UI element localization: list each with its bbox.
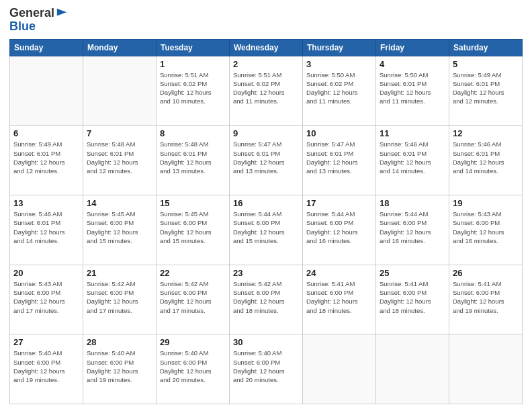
day-info: Sunrise: 5:40 AM Sunset: 6:00 PM Dayligh… bbox=[160, 349, 226, 384]
calendar-cell: 22Sunrise: 5:42 AM Sunset: 6:00 PM Dayli… bbox=[157, 265, 230, 334]
weekday-header-thursday: Thursday bbox=[303, 39, 376, 56]
day-info: Sunrise: 5:41 AM Sunset: 6:00 PM Dayligh… bbox=[380, 279, 445, 315]
logo: General Blue bbox=[9, 7, 68, 34]
calendar-cell: 30Sunrise: 5:40 AM Sunset: 6:00 PM Dayli… bbox=[230, 334, 303, 404]
day-number: 5 bbox=[453, 59, 519, 69]
day-number: 17 bbox=[306, 198, 372, 208]
calendar-cell: 2Sunrise: 5:51 AM Sunset: 6:02 PM Daylig… bbox=[230, 56, 303, 126]
calendar-cell: 6Sunrise: 5:49 AM Sunset: 6:01 PM Daylig… bbox=[10, 126, 83, 195]
day-number: 13 bbox=[13, 198, 79, 208]
week-row-2: 6Sunrise: 5:49 AM Sunset: 6:01 PM Daylig… bbox=[10, 126, 523, 195]
calendar-cell: 12Sunrise: 5:46 AM Sunset: 6:01 PM Dayli… bbox=[449, 126, 523, 195]
calendar-cell bbox=[303, 334, 376, 404]
calendar-cell: 11Sunrise: 5:46 AM Sunset: 6:01 PM Dayli… bbox=[376, 126, 449, 195]
day-number: 26 bbox=[453, 268, 519, 278]
day-info: Sunrise: 5:49 AM Sunset: 6:01 PM Dayligh… bbox=[13, 140, 79, 175]
day-number: 22 bbox=[160, 268, 226, 278]
calendar-cell: 19Sunrise: 5:43 AM Sunset: 6:00 PM Dayli… bbox=[449, 195, 523, 265]
weekday-header-wednesday: Wednesday bbox=[230, 39, 303, 56]
day-info: Sunrise: 5:40 AM Sunset: 6:00 PM Dayligh… bbox=[13, 349, 79, 384]
day-number: 16 bbox=[233, 198, 299, 208]
calendar-cell bbox=[376, 334, 449, 404]
day-number: 12 bbox=[453, 128, 519, 138]
day-info: Sunrise: 5:44 AM Sunset: 6:00 PM Dayligh… bbox=[233, 210, 299, 245]
calendar-cell: 4Sunrise: 5:50 AM Sunset: 6:01 PM Daylig… bbox=[376, 56, 449, 126]
weekday-header-sunday: Sunday bbox=[10, 39, 83, 56]
day-number: 19 bbox=[453, 198, 519, 208]
calendar-cell: 17Sunrise: 5:44 AM Sunset: 6:00 PM Dayli… bbox=[303, 195, 376, 265]
calendar-cell: 24Sunrise: 5:41 AM Sunset: 6:00 PM Dayli… bbox=[303, 265, 376, 334]
day-number: 21 bbox=[87, 268, 152, 278]
day-number: 23 bbox=[233, 268, 299, 278]
calendar-cell: 27Sunrise: 5:40 AM Sunset: 6:00 PM Dayli… bbox=[10, 334, 83, 404]
weekday-header-tuesday: Tuesday bbox=[157, 39, 230, 56]
day-info: Sunrise: 5:42 AM Sunset: 6:00 PM Dayligh… bbox=[160, 279, 226, 315]
day-number: 14 bbox=[87, 198, 152, 208]
header: General Blue bbox=[9, 7, 523, 34]
calendar-cell: 21Sunrise: 5:42 AM Sunset: 6:00 PM Dayli… bbox=[83, 265, 157, 334]
calendar-cell bbox=[10, 56, 83, 126]
day-number: 6 bbox=[13, 128, 79, 138]
day-info: Sunrise: 5:42 AM Sunset: 6:00 PM Dayligh… bbox=[87, 279, 152, 315]
day-info: Sunrise: 5:50 AM Sunset: 6:01 PM Dayligh… bbox=[380, 71, 445, 106]
calendar-cell: 14Sunrise: 5:45 AM Sunset: 6:00 PM Dayli… bbox=[83, 195, 157, 265]
day-info: Sunrise: 5:46 AM Sunset: 6:01 PM Dayligh… bbox=[380, 140, 445, 175]
day-info: Sunrise: 5:49 AM Sunset: 6:01 PM Dayligh… bbox=[453, 71, 519, 106]
day-number: 27 bbox=[13, 337, 79, 347]
day-number: 10 bbox=[306, 128, 372, 138]
calendar-cell: 3Sunrise: 5:50 AM Sunset: 6:02 PM Daylig… bbox=[303, 56, 376, 126]
day-info: Sunrise: 5:43 AM Sunset: 6:00 PM Dayligh… bbox=[453, 210, 519, 245]
calendar-cell: 28Sunrise: 5:40 AM Sunset: 6:00 PM Dayli… bbox=[83, 334, 157, 404]
weekday-header-friday: Friday bbox=[376, 39, 449, 56]
day-info: Sunrise: 5:46 AM Sunset: 6:01 PM Dayligh… bbox=[13, 210, 79, 245]
day-info: Sunrise: 5:47 AM Sunset: 6:01 PM Dayligh… bbox=[233, 140, 299, 175]
calendar-cell: 15Sunrise: 5:45 AM Sunset: 6:00 PM Dayli… bbox=[157, 195, 230, 265]
day-number: 4 bbox=[380, 59, 445, 69]
day-info: Sunrise: 5:51 AM Sunset: 6:02 PM Dayligh… bbox=[160, 71, 226, 106]
day-number: 18 bbox=[380, 198, 445, 208]
calendar-cell: 25Sunrise: 5:41 AM Sunset: 6:00 PM Dayli… bbox=[376, 265, 449, 334]
logo-general: General bbox=[9, 7, 54, 20]
day-info: Sunrise: 5:43 AM Sunset: 6:00 PM Dayligh… bbox=[13, 279, 79, 315]
day-number: 29 bbox=[160, 337, 226, 347]
svg-marker-0 bbox=[57, 9, 66, 16]
calendar-cell bbox=[449, 334, 523, 404]
week-row-3: 13Sunrise: 5:46 AM Sunset: 6:01 PM Dayli… bbox=[10, 195, 523, 265]
day-number: 7 bbox=[87, 128, 152, 138]
week-row-4: 20Sunrise: 5:43 AM Sunset: 6:00 PM Dayli… bbox=[10, 265, 523, 334]
calendar-cell: 1Sunrise: 5:51 AM Sunset: 6:02 PM Daylig… bbox=[157, 56, 230, 126]
day-info: Sunrise: 5:46 AM Sunset: 6:01 PM Dayligh… bbox=[453, 140, 519, 175]
day-info: Sunrise: 5:44 AM Sunset: 6:00 PM Dayligh… bbox=[380, 210, 445, 245]
calendar-cell: 18Sunrise: 5:44 AM Sunset: 6:00 PM Dayli… bbox=[376, 195, 449, 265]
day-info: Sunrise: 5:40 AM Sunset: 6:00 PM Dayligh… bbox=[233, 349, 299, 384]
day-number: 25 bbox=[380, 268, 445, 278]
day-info: Sunrise: 5:45 AM Sunset: 6:00 PM Dayligh… bbox=[160, 210, 226, 245]
calendar-cell: 8Sunrise: 5:48 AM Sunset: 6:01 PM Daylig… bbox=[157, 126, 230, 195]
calendar-cell: 16Sunrise: 5:44 AM Sunset: 6:00 PM Dayli… bbox=[230, 195, 303, 265]
day-number: 2 bbox=[233, 59, 299, 69]
weekday-header-saturday: Saturday bbox=[449, 39, 523, 56]
calendar-cell: 5Sunrise: 5:49 AM Sunset: 6:01 PM Daylig… bbox=[449, 56, 523, 126]
day-number: 3 bbox=[306, 59, 372, 69]
day-info: Sunrise: 5:41 AM Sunset: 6:00 PM Dayligh… bbox=[453, 279, 519, 315]
day-number: 9 bbox=[233, 128, 299, 138]
calendar-cell: 13Sunrise: 5:46 AM Sunset: 6:01 PM Dayli… bbox=[10, 195, 83, 265]
day-number: 15 bbox=[160, 198, 226, 208]
calendar-cell bbox=[83, 56, 157, 126]
day-info: Sunrise: 5:41 AM Sunset: 6:00 PM Dayligh… bbox=[306, 279, 372, 315]
page: General Blue SundayMondayTuesdayWednesda… bbox=[0, 0, 532, 411]
calendar-cell: 9Sunrise: 5:47 AM Sunset: 6:01 PM Daylig… bbox=[230, 126, 303, 195]
day-info: Sunrise: 5:40 AM Sunset: 6:00 PM Dayligh… bbox=[87, 349, 152, 384]
day-info: Sunrise: 5:50 AM Sunset: 6:02 PM Dayligh… bbox=[306, 71, 372, 106]
calendar-cell: 29Sunrise: 5:40 AM Sunset: 6:00 PM Dayli… bbox=[157, 334, 230, 404]
day-number: 20 bbox=[13, 268, 79, 278]
calendar-cell: 23Sunrise: 5:42 AM Sunset: 6:00 PM Dayli… bbox=[230, 265, 303, 334]
week-row-1: 1Sunrise: 5:51 AM Sunset: 6:02 PM Daylig… bbox=[10, 56, 523, 126]
calendar-cell: 10Sunrise: 5:47 AM Sunset: 6:01 PM Dayli… bbox=[303, 126, 376, 195]
weekday-header-monday: Monday bbox=[83, 39, 157, 56]
day-number: 11 bbox=[380, 128, 445, 138]
day-info: Sunrise: 5:44 AM Sunset: 6:00 PM Dayligh… bbox=[306, 210, 372, 245]
day-number: 24 bbox=[306, 268, 372, 278]
calendar-cell: 20Sunrise: 5:43 AM Sunset: 6:00 PM Dayli… bbox=[10, 265, 83, 334]
day-number: 8 bbox=[160, 128, 226, 138]
